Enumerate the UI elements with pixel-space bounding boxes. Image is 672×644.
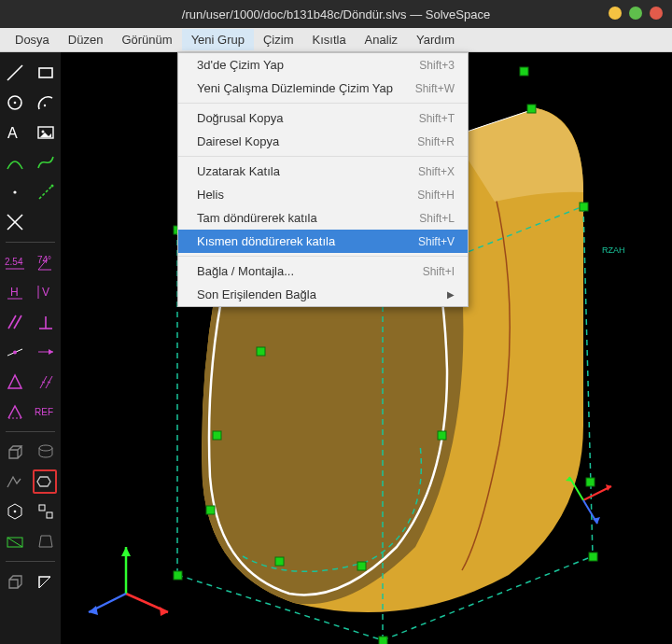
axis-label: RZAH [602, 245, 625, 255]
perspective-icon[interactable] [35, 531, 56, 552]
bezier-tool-icon[interactable] [35, 152, 56, 173]
menu-separator [178, 156, 468, 157]
svg-rect-58 [257, 347, 265, 356]
menu-item-yeni-al-ma-d-zleminde-izim-yap[interactable]: Yeni Çalışma Düzleminde Çizim YapShift+W [178, 77, 468, 100]
svg-rect-59 [213, 431, 221, 440]
vertical-constraint-icon[interactable]: V [35, 282, 56, 302]
svg-rect-51 [379, 637, 387, 644]
menu-yeni-grup[interactable]: Yeni Grup [182, 29, 254, 50]
new-group-menu: 3d'de Çizim YapShift+3Yeni Çalışma Düzle… [177, 52, 469, 307]
menu-dosya[interactable]: Dosya [6, 29, 59, 50]
menu-analiz[interactable]: Analiz [356, 29, 407, 50]
tangent-arc-tool-icon[interactable] [5, 152, 25, 173]
svg-rect-1 [39, 68, 52, 77]
menu-yardım[interactable]: Yardım [407, 29, 464, 50]
svg-rect-54 [589, 553, 597, 561]
menu-çizim[interactable]: Çizim [254, 29, 303, 50]
titlebar: /run/user/1000/doc/b131b48c/Döndür.slvs … [0, 0, 672, 28]
menubar: DosyaDüzenGörünümYeni GrupÇizimKısıtlaAn… [0, 28, 672, 52]
svg-line-0 [7, 65, 22, 80]
image-tool-icon[interactable] [35, 122, 56, 143]
distance-constraint-icon[interactable]: 2.54 [4, 252, 26, 273]
menu-item-shortcut: Shift+I [423, 265, 455, 278]
menu-item-son-eri-ilenden-ba-la[interactable]: Son Erişilenden Bağla▶ [178, 283, 468, 306]
svg-point-4 [44, 105, 46, 106]
coincident-constraint-icon[interactable] [5, 342, 25, 362]
toolbar-separator [6, 561, 55, 562]
construction-tool-icon[interactable] [35, 182, 56, 203]
text-tool-icon[interactable]: A [5, 122, 25, 143]
svg-point-25 [13, 351, 17, 355]
menu-item-dairesel-kopya[interactable]: Dairesel KopyaShift+R [178, 130, 468, 153]
orientation-axes-icon [89, 547, 168, 616]
svg-point-7 [41, 131, 44, 133]
point-tool-icon[interactable] [5, 182, 25, 203]
menu-item-label: Tam döndürerek katıla [197, 211, 317, 225]
svg-point-36 [14, 511, 17, 513]
svg-point-3 [14, 102, 17, 105]
ref-constraint-icon[interactable]: REF [34, 401, 56, 422]
line-tool-icon[interactable] [5, 63, 25, 83]
svg-line-40 [7, 538, 22, 547]
svg-rect-53 [580, 203, 588, 211]
svg-rect-65 [206, 506, 215, 514]
svg-point-8 [14, 190, 17, 193]
trim-tool-icon[interactable] [5, 212, 25, 232]
svg-marker-77 [121, 547, 131, 556]
menu-item-label: Dairesel Kopya [197, 134, 279, 148]
window-title: /run/user/1000/doc/b131b48c/Döndür.slvs … [182, 7, 490, 21]
menu-item-ba-la-montajla-[interactable]: Bağla / Montajla...Shift+I [178, 259, 468, 283]
angle-constraint-icon[interactable]: 74° [35, 252, 57, 273]
svg-rect-64 [357, 562, 366, 570]
symmetric-constraint-icon[interactable] [5, 371, 25, 392]
menu-item-helis[interactable]: HelisShift+H [178, 183, 468, 206]
horizontal-constraint-icon[interactable]: H [5, 282, 25, 302]
maximize-button[interactable] [629, 7, 642, 20]
lathe-group-icon[interactable] [35, 441, 56, 462]
menu-görünüm[interactable]: Görünüm [112, 29, 181, 50]
menu-item-label: Son Erişilenden Bağla [197, 287, 316, 301]
svg-text:2.54: 2.54 [5, 257, 23, 267]
menu-item-3d-de-izim-yap[interactable]: 3d'de Çizim YapShift+3 [178, 53, 468, 77]
svg-rect-63 [275, 557, 284, 566]
svg-line-9 [39, 186, 52, 199]
window-controls [609, 7, 663, 20]
arc-tool-icon[interactable] [35, 92, 56, 113]
menu-item-uzatarak-kat-la[interactable]: Uzatarak KatılaShift+X [178, 160, 468, 183]
svg-marker-27 [49, 349, 53, 355]
close-button[interactable] [650, 7, 663, 20]
menu-item-tam-d-nd-rerek-kat-la[interactable]: Tam döndürerek katılaShift+L [178, 206, 468, 230]
svg-text:H: H [10, 286, 19, 299]
extrude-group-icon[interactable] [5, 441, 25, 462]
svg-text:A: A [7, 125, 18, 141]
menu-item-label: Uzatarak Katıla [197, 164, 280, 178]
svg-line-30 [42, 382, 45, 383]
ortho-view-icon[interactable] [35, 501, 56, 522]
circle-tool-icon[interactable] [5, 92, 25, 113]
menu-düzen[interactable]: Düzen [59, 29, 113, 50]
perpendicular-constraint-icon[interactable] [35, 312, 56, 332]
hidden-lines-icon[interactable] [5, 571, 25, 592]
menu-item-k-smen-d-nd-rerek-kat-la[interactable]: Kısmen döndürerek katılaShift+V [178, 230, 468, 253]
svg-rect-56 [520, 67, 528, 76]
rectangle-tool-icon[interactable] [35, 63, 56, 83]
menu-item-shortcut: Shift+R [417, 135, 455, 148]
toolbar-separator [6, 431, 55, 432]
revolve-group-icon[interactable] [33, 469, 57, 494]
parallel-constraint-icon[interactable] [5, 312, 25, 332]
orient-constraint-icon[interactable] [5, 401, 25, 422]
svg-rect-67 [586, 478, 595, 486]
menu-item-do-rusal-kopya[interactable]: Doğrusal KopyaShift+T [178, 106, 468, 130]
nearest-iso-icon[interactable] [5, 501, 25, 522]
svg-rect-38 [47, 512, 52, 518]
sketch-group-icon[interactable] [4, 471, 24, 492]
menu-kısıtla[interactable]: Kısıtla [302, 29, 355, 50]
equal-constraint-icon[interactable] [35, 371, 56, 392]
point-on-constraint-icon[interactable] [35, 342, 56, 362]
menu-item-shortcut: Shift+V [418, 235, 455, 248]
minimize-button[interactable] [609, 7, 622, 20]
menu-separator [178, 256, 468, 257]
workplane-view-icon[interactable] [5, 531, 25, 552]
svg-text:V: V [42, 286, 49, 299]
show-edges-icon[interactable] [35, 571, 56, 592]
